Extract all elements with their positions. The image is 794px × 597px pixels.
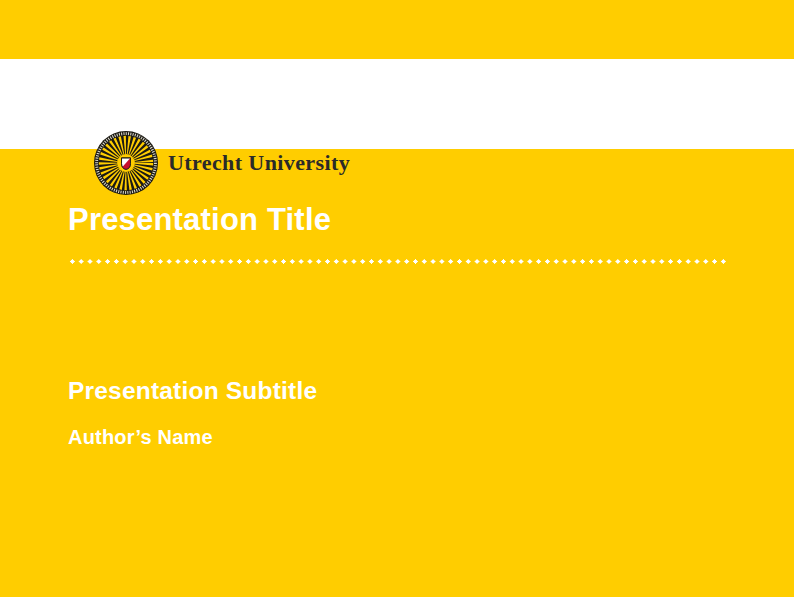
dotted-divider bbox=[68, 258, 729, 265]
slide-title: Presentation Title bbox=[68, 202, 331, 238]
presentation-title-slide: Utrecht University Presentation Title Pr… bbox=[0, 0, 794, 597]
slide-subtitle: Presentation Subtitle bbox=[68, 377, 317, 405]
utrecht-university-sun-logo-icon bbox=[94, 131, 158, 195]
university-wordmark: Utrecht University bbox=[168, 118, 350, 208]
author-name: Author’s Name bbox=[68, 426, 213, 449]
header-band: Utrecht University bbox=[0, 59, 794, 149]
